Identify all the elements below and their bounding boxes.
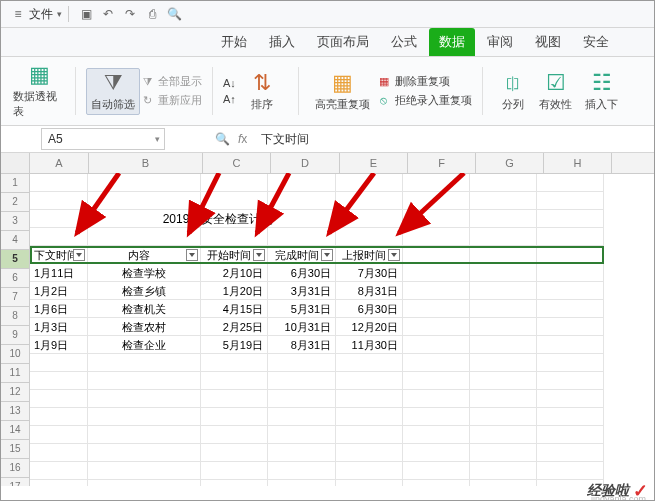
row-header[interactable]: 7	[1, 288, 30, 307]
reapply-button: ↻ 重新应用	[140, 93, 202, 108]
chevron-down-icon: ▾	[57, 9, 62, 19]
row-header[interactable]: 13	[1, 402, 30, 421]
remove-dup-label: 删除重复项	[395, 74, 450, 89]
row-header[interactable]: 17	[1, 478, 30, 486]
header-cell[interactable]: 上报时间	[336, 246, 403, 264]
row-header[interactable]: 3	[1, 212, 30, 231]
footer: 经验啦 ✓ jingyanla.com	[1, 486, 654, 501]
sort-az[interactable]: A↓ A↑	[223, 77, 236, 105]
autofilter-button[interactable]: ⧩ 自动筛选	[86, 68, 140, 115]
formula-value[interactable]: 下文时间	[261, 131, 309, 148]
tab-view[interactable]: 视图	[525, 28, 571, 56]
row-header[interactable]: 4	[1, 231, 30, 250]
col-header[interactable]: D	[271, 153, 340, 173]
tab-insert[interactable]: 插入	[259, 28, 305, 56]
pivot-label: 数据透视表	[13, 89, 65, 119]
quick-access-toolbar: ≡ 文件 ▾ ▣ ↶ ↷ ⎙ 🔍	[1, 1, 654, 28]
col-header[interactable]: G	[476, 153, 544, 173]
row-header[interactable]: 11	[1, 364, 30, 383]
sort-button[interactable]: ⇅ 排序	[236, 71, 288, 112]
header-cell[interactable]: 开始时间	[201, 246, 268, 264]
highlight-label: 高亮重复项	[315, 97, 370, 112]
ribbon: ▦ 数据透视表 ⧩ 自动筛选 ⧩ 全部显示 ↻ 重新应用	[1, 57, 654, 126]
funnel-all-icon: ⧩	[140, 75, 154, 89]
row-header[interactable]: 10	[1, 345, 30, 364]
filter-icon[interactable]	[186, 249, 198, 261]
row-header[interactable]: 14	[1, 421, 30, 440]
cells[interactable]: 2019年安全检查计划 下文时间 内容 开始时间 完成时间 上报时间 1月11日…	[30, 174, 604, 486]
preview-icon[interactable]: 🔍	[165, 5, 183, 23]
tab-review[interactable]: 审阅	[477, 28, 523, 56]
show-all-button: ⧩ 全部显示	[140, 74, 202, 89]
row-header[interactable]: 8	[1, 307, 30, 326]
undo-icon[interactable]: ↶	[99, 5, 117, 23]
dup-options: ▦ 删除重复项 ⦸ 拒绝录入重复项	[377, 74, 472, 108]
remove-dup-button[interactable]: ▦ 删除重复项	[377, 74, 472, 89]
reapply-label: 重新应用	[158, 93, 202, 108]
dropdown-icon: ☷	[590, 71, 614, 95]
row-header[interactable]: 12	[1, 383, 30, 402]
row-header[interactable]: 2	[1, 193, 30, 212]
validity-button[interactable]: ☑ 有效性	[533, 71, 579, 112]
row-header-selected[interactable]: 5	[1, 250, 30, 269]
split-column-button[interactable]: ⎅ 分列	[493, 71, 533, 112]
header-row: 下文时间 内容 开始时间 完成时间 上报时间	[30, 246, 604, 264]
row-header[interactable]: 15	[1, 440, 30, 459]
filter-icon[interactable]	[321, 249, 333, 261]
table-row[interactable]: 1月11日检查学校2月10日6月30日7月30日	[30, 264, 604, 282]
split-label: 分列	[502, 97, 524, 112]
filter-icon[interactable]	[388, 249, 400, 261]
pivot-icon: ▦	[27, 63, 51, 87]
col-header[interactable]: B	[89, 153, 203, 173]
tab-layout[interactable]: 页面布局	[307, 28, 379, 56]
separator	[68, 6, 69, 22]
reject-dup-button[interactable]: ⦸ 拒绝录入重复项	[377, 93, 472, 108]
split-icon: ⎅	[501, 71, 525, 95]
name-box[interactable]: A5 ▾	[41, 128, 165, 150]
insert-dd-label: 插入下	[585, 97, 618, 112]
remove-dup-icon: ▦	[377, 75, 391, 89]
row-header[interactable]: 6	[1, 269, 30, 288]
row-header[interactable]: 16	[1, 459, 30, 478]
tab-start[interactable]: 开始	[211, 28, 257, 56]
sort-asc-icon: A↓	[223, 77, 236, 89]
tab-formula[interactable]: 公式	[381, 28, 427, 56]
table-row[interactable]: 1月9日检查企业5月19日8月31日11月30日	[30, 336, 604, 354]
group-tools: ⎅ 分列 ☑ 有效性 ☷ 插入下	[487, 57, 631, 125]
row-header[interactable]: 1	[1, 174, 30, 193]
pivot-table-button[interactable]: ▦ 数据透视表	[13, 63, 65, 119]
col-header[interactable]: E	[340, 153, 408, 173]
header-cell[interactable]: 完成时间	[268, 246, 336, 264]
ribbon-tabs: 开始 插入 页面布局 公式 数据 审阅 视图 安全	[1, 28, 654, 57]
col-header[interactable]: F	[408, 153, 476, 173]
save-icon[interactable]: ▣	[77, 5, 95, 23]
select-all-corner[interactable]	[1, 153, 30, 173]
table-row[interactable]: 1月2日检查乡镇1月20日3月31日8月31日	[30, 282, 604, 300]
tab-safe[interactable]: 安全	[573, 28, 619, 56]
header-cell[interactable]: 下文时间	[30, 246, 88, 264]
insert-dropdown-button[interactable]: ☷ 插入下	[579, 71, 625, 112]
row-header[interactable]: 9	[1, 326, 30, 345]
sort-icon: ⇅	[250, 71, 274, 95]
col-header[interactable]: C	[203, 153, 271, 173]
reject-dup-icon: ⦸	[377, 94, 391, 108]
highlight-dup-button[interactable]: ▦ 高亮重复项	[309, 71, 377, 112]
zoom-icon[interactable]: 🔍	[215, 132, 230, 146]
print-icon[interactable]: ⎙	[143, 5, 161, 23]
tab-data[interactable]: 数据	[429, 28, 475, 56]
menu-icon[interactable]: ≡	[9, 5, 27, 23]
redo-icon[interactable]: ↷	[121, 5, 139, 23]
col-header[interactable]: A	[30, 153, 89, 173]
header-cell[interactable]: 内容	[88, 246, 201, 264]
grid-body: 1 2 3 4 5 6 7 8 9 10 11 12 13 14 15 16 1…	[1, 174, 654, 486]
separator	[298, 67, 299, 115]
table-row[interactable]: 1月6日检查机关4月15日5月31日6月30日	[30, 300, 604, 318]
filter-icon[interactable]	[73, 249, 85, 261]
reject-dup-label: 拒绝录入重复项	[395, 93, 472, 108]
table-row[interactable]: 1月3日检查农村2月25日10月31日12月20日	[30, 318, 604, 336]
sort-desc-icon: A↑	[223, 93, 236, 105]
col-header[interactable]: H	[544, 153, 612, 173]
filter-icon[interactable]	[253, 249, 265, 261]
file-menu[interactable]: 文件 ▾	[29, 6, 62, 23]
fx-icon[interactable]: fx	[238, 132, 247, 146]
